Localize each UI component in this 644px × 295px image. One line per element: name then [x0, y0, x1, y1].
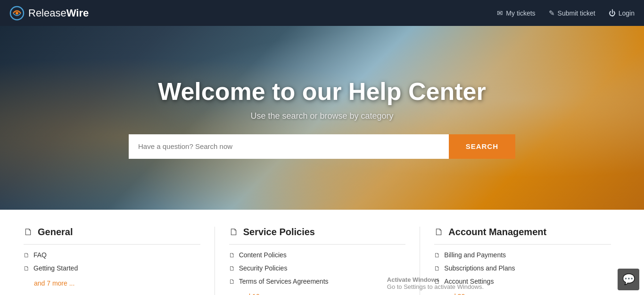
item-icon: 🗋 [229, 265, 235, 272]
hero-content: Welcome to our Help Center Use the searc… [0, 77, 644, 159]
list-item: 🗋 Subscriptions and Plans [434, 264, 611, 272]
header-nav: ✉ My tickets ✎ Submit ticket ⏻ Login [497, 9, 635, 17]
hero-subtitle: Use the search or browse by category [9, 111, 635, 121]
account-list: 🗋 Billing and Payments 🗋 Subscriptions a… [434, 251, 611, 285]
account-settings-link[interactable]: Account Settings [444, 278, 494, 285]
item-icon: 🗋 [434, 278, 440, 285]
category-service-title: Service Policies [243, 227, 315, 238]
category-account-title: Account Management [448, 227, 546, 238]
list-item: 🗋 Getting Started [24, 264, 200, 272]
general-list: 🗋 FAQ 🗋 Getting Started [24, 251, 200, 272]
item-icon: 🗋 [229, 252, 235, 259]
general-category-icon: 🗋 [24, 227, 33, 238]
category-service-header: 🗋 Service Policies [229, 227, 406, 245]
terms-link[interactable]: Terms of Services Agreements [239, 278, 329, 285]
tickets-icon: ✉ [497, 9, 503, 17]
logo[interactable]: ReleaseWire [9, 6, 89, 21]
chat-icon[interactable]: 💬 [618, 269, 639, 290]
list-item: 🗋 Content Policies [229, 251, 406, 259]
service-list: 🗋 Content Policies 🗋 Security Policies 🗋… [229, 251, 406, 285]
item-icon: 🗋 [24, 265, 30, 272]
service-category-icon: 🗋 [229, 227, 239, 238]
login-link[interactable]: ⏻ Login [609, 9, 635, 17]
category-account-management: 🗋 Account Management 🗋 Billing and Payme… [420, 227, 625, 295]
header: ReleaseWire ✉ My tickets ✎ Submit ticket… [0, 0, 644, 26]
item-icon: 🗋 [229, 278, 235, 285]
submit-ticket-link[interactable]: ✎ Submit ticket [549, 9, 595, 17]
content-policies-link[interactable]: Content Policies [239, 251, 287, 259]
subscriptions-link[interactable]: Subscriptions and Plans [444, 264, 515, 272]
category-account-header: 🗋 Account Management [434, 227, 611, 245]
my-tickets-link[interactable]: ✉ My tickets [497, 9, 535, 17]
svg-point-1 [16, 12, 18, 15]
list-item: 🗋 FAQ [24, 251, 200, 259]
account-category-icon: 🗋 [434, 227, 444, 238]
list-item: 🗋 Billing and Payments [434, 251, 611, 259]
billing-link[interactable]: Billing and Payments [444, 251, 506, 259]
service-more-link[interactable]: and 16 more ... [239, 293, 284, 295]
security-policies-link[interactable]: Security Policies [239, 264, 288, 272]
categories-section: 🗋 General 🗋 FAQ 🗋 Getting Started and 7 … [0, 210, 644, 295]
submit-icon: ✎ [549, 9, 555, 17]
hero-section: Welcome to our Help Center Use the searc… [0, 26, 644, 210]
getting-started-link[interactable]: Getting Started [33, 264, 78, 272]
general-more-link[interactable]: and 7 more ... [34, 279, 74, 287]
list-item: 🗋 Security Policies [229, 264, 406, 272]
hero-title: Welcome to our Help Center [9, 77, 635, 106]
category-service-policies: 🗋 Service Policies 🗋 Content Policies 🗋 … [215, 227, 421, 295]
item-icon: 🗋 [434, 265, 440, 272]
logo-text: ReleaseWire [28, 7, 89, 19]
faq-link[interactable]: FAQ [33, 251, 47, 259]
category-general: 🗋 General 🗋 FAQ 🗋 Getting Started and 7 … [19, 227, 215, 295]
category-general-header: 🗋 General [24, 227, 200, 245]
search-bar: SEARCH [129, 134, 515, 159]
search-button[interactable]: SEARCH [449, 134, 515, 159]
item-icon: 🗋 [24, 252, 30, 259]
account-more-link[interactable]: and 30 more ... [445, 293, 489, 295]
item-icon: 🗋 [434, 252, 440, 259]
login-icon: ⏻ [609, 9, 616, 17]
list-item: 🗋 Terms of Services Agreements [229, 278, 406, 285]
category-general-title: General [38, 227, 73, 238]
search-input[interactable] [129, 134, 449, 159]
list-item: 🗋 Account Settings [434, 278, 611, 285]
